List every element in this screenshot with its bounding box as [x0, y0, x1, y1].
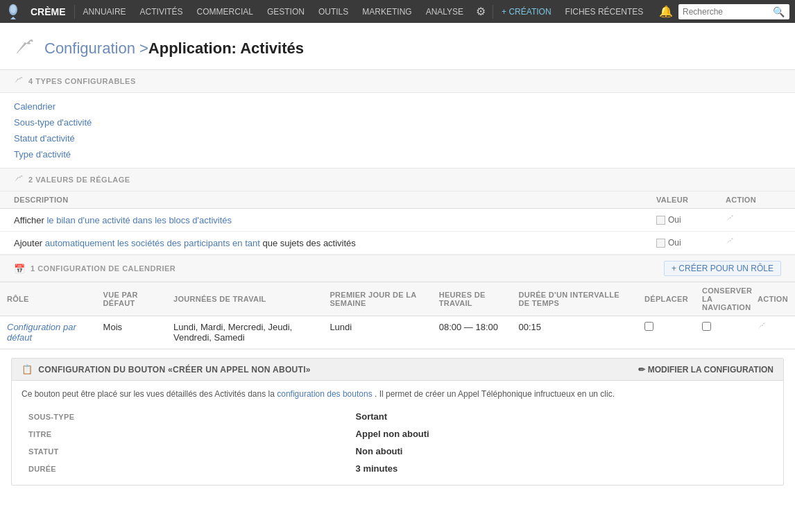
config-wrench-icon — [14, 35, 35, 61]
valeur-label-1: Oui — [668, 215, 681, 225]
valeur-edit-2[interactable] — [726, 237, 781, 248]
checkbox-box-2 — [656, 239, 665, 248]
calendar-table-header-row: RÔLE VUE PAR DÉFAUT JOURNÉES DE TRAVAIL … — [0, 282, 795, 316]
valeur-row-2: Ajouter automatiquement les sociétés des… — [0, 232, 795, 255]
cal-journees: Lundi, Mardi, Mercredi, Jeudi, Vendredi,… — [166, 316, 323, 349]
section-configurables: 4 TYPES CONFIGURABLES Calendrier Sous-ty… — [0, 70, 795, 169]
navbar: CRÈME ANNUAIRE ACTIVITÉS COMMERCIAL GEST… — [0, 0, 795, 23]
btn-config-table: SOUS-TYPE Sortant TITRE Appel non abouti… — [22, 407, 773, 478]
col-duree: DURÉE D'UN INTERVALLE DE TEMPS — [511, 282, 638, 316]
col-role: RÔLE — [0, 282, 96, 316]
col-heures: HEURES DE TRAVAIL — [432, 282, 512, 316]
btn-field-row-1: TITRE Appel non abouti — [23, 426, 772, 442]
app-logo[interactable] — [6, 4, 21, 19]
nav-creation[interactable]: + CRÉATION — [495, 0, 558, 23]
valeur-checkbox-2[interactable]: Oui — [656, 238, 726, 248]
svg-point-1 — [10, 5, 16, 13]
col-valeur: VALEUR — [656, 196, 726, 204]
section-configurables-title: 4 TYPES CONFIGURABLES — [28, 77, 136, 85]
svg-marker-2 — [10, 17, 16, 19]
btn-desc-part3: . Il permet de créer un Appel Téléphoniq… — [375, 389, 615, 399]
col-deplacer: DÉPLACER — [638, 282, 695, 316]
nav-sep-2 — [493, 5, 493, 19]
config-link-calendrier[interactable]: Calendrier — [14, 98, 781, 114]
col-conserver: CONSERVER LA NAVIGATION — [695, 282, 751, 316]
config-link-sous-type[interactable]: Sous-type d'activité — [14, 114, 781, 130]
col-description: DESCRIPTION — [14, 196, 656, 204]
section-valeurs-title: 2 VALEURS DE RÉGLAGE — [28, 175, 130, 184]
col-journees: JOURNÉES DE TRAVAIL — [166, 282, 323, 316]
nav-marketing[interactable]: MARKETING — [355, 0, 418, 23]
cal-deplacer[interactable] — [638, 316, 695, 349]
btn-label-duree: DURÉE — [23, 461, 349, 477]
calendar-header-left: 📅 1 CONFIGURATION DE CALENDRIER — [14, 264, 176, 274]
section-calendar: 📅 1 CONFIGURATION DE CALENDRIER + CRÉER … — [0, 255, 795, 350]
create-role-button[interactable]: + CRÉER POUR UN RÔLE — [664, 261, 781, 276]
config-link-type[interactable]: Type d'activité — [14, 146, 781, 162]
btn-config-icon: 📋 — [22, 364, 33, 375]
btn-label-sous-type: SOUS-TYPE — [23, 409, 349, 424]
wrench-icon-small — [14, 76, 23, 87]
col-premier-jour: PREMIER JOUR DE LA SEMAINE — [323, 282, 431, 316]
cal-role: Configuration par défaut — [0, 316, 96, 349]
cal-role-link[interactable]: Configuration par défaut — [7, 322, 76, 343]
valeur-label-2: Oui — [668, 238, 681, 248]
search-area: 🔍 — [678, 4, 789, 19]
section-valeurs: 2 VALEURS DE RÉGLAGE DESCRIPTION VALEUR … — [0, 169, 795, 255]
configurables-list: Calendrier Sous-type d'activité Statut d… — [0, 93, 795, 168]
btn-field-row-2: STATUT Non abouti — [23, 443, 772, 459]
section-valeurs-header: 2 VALEURS DE RÉGLAGE — [0, 169, 795, 191]
page-header: Configuration > Application: Activités — [0, 23, 795, 70]
search-icon: 🔍 — [773, 6, 785, 17]
valeurs-table-header: DESCRIPTION VALEUR ACTION — [0, 191, 795, 209]
col-action-cal: ACTION — [751, 282, 795, 316]
btn-value-duree: 3 minutes — [350, 461, 772, 477]
bell-icon[interactable]: 🔔 — [653, 5, 678, 18]
nav-recent[interactable]: FICHES RÉCENTES — [558, 0, 651, 23]
conserver-checkbox[interactable] — [702, 322, 711, 331]
valeur-edit-1[interactable] — [726, 214, 781, 225]
calendar-section-title: 1 CONFIGURATION DE CALENDRIER — [31, 264, 176, 273]
nav-commercial[interactable]: COMMERCIAL — [190, 0, 260, 23]
btn-config-description: Ce bouton peut être placé sur les vues d… — [22, 388, 773, 400]
nav-gestion[interactable]: GESTION — [260, 0, 311, 23]
col-vue: VUE PAR DÉFAUT — [96, 282, 166, 316]
calendar-row-1: Configuration par défaut Mois Lundi, Mar… — [0, 316, 795, 349]
valeur-row-1: Afficher le bilan d'une activité dans le… — [0, 209, 795, 232]
nav-analyse[interactable]: ANALYSE — [419, 0, 470, 23]
btn-config-body: Ce bouton peut être placé sur les vues d… — [12, 381, 783, 485]
nav-annuaire[interactable]: ANNUAIRE — [76, 0, 133, 23]
col-action: ACTION — [726, 196, 781, 204]
settings-icon[interactable]: ⚙ — [470, 0, 491, 23]
config-link-statut[interactable]: Statut d'activité — [14, 130, 781, 146]
cal-action[interactable] — [751, 316, 795, 349]
btn-desc-link[interactable]: configuration des boutons — [277, 389, 372, 399]
cal-conserver[interactable] — [695, 316, 751, 349]
btn-desc-part1: Ce bouton peut être placé sur les vues d… — [22, 389, 277, 399]
button-config-section: 📋 CONFIGURATION DU BOUTON «CRÉER UN APPE… — [11, 358, 784, 486]
calendar-icon: 📅 — [14, 264, 25, 274]
search-input[interactable] — [683, 7, 773, 17]
valeur-desc-2: Ajouter automatiquement les sociétés des… — [14, 238, 656, 248]
btn-value-sous-type: Sortant — [350, 409, 772, 424]
nav-activites[interactable]: ACTIVITÉS — [133, 0, 190, 23]
btn-label-statut: STATUT — [23, 443, 349, 459]
btn-config-header-left: 📋 CONFIGURATION DU BOUTON «CRÉER UN APPE… — [22, 364, 311, 375]
cal-heures: 08:00 — 18:00 — [432, 316, 512, 349]
btn-field-row-3: DURÉE 3 minutes — [23, 461, 772, 477]
modify-config-button[interactable]: ✏ MODIFIER LA CONFIGURATION — [638, 365, 773, 375]
cal-vue: Mois — [96, 316, 166, 349]
btn-value-titre: Appel non abouti — [350, 426, 772, 442]
cal-edit-icon[interactable] — [758, 322, 766, 333]
nav-creme[interactable]: CRÈME — [24, 0, 73, 23]
deplacer-checkbox[interactable] — [644, 322, 653, 331]
section-configurables-header: 4 TYPES CONFIGURABLES — [0, 70, 795, 93]
page-title-config: Configuration > — [44, 40, 148, 58]
btn-label-titre: TITRE — [23, 426, 349, 442]
nav-sep-1 — [74, 5, 75, 19]
btn-config-header: 📋 CONFIGURATION DU BOUTON «CRÉER UN APPE… — [12, 359, 783, 381]
nav-outils[interactable]: OUTILS — [311, 0, 355, 23]
valeur-checkbox-1[interactable]: Oui — [656, 215, 726, 225]
page-content: Configuration > Application: Activités 4… — [0, 23, 795, 532]
page-title-app: Application: Activités — [148, 40, 304, 58]
